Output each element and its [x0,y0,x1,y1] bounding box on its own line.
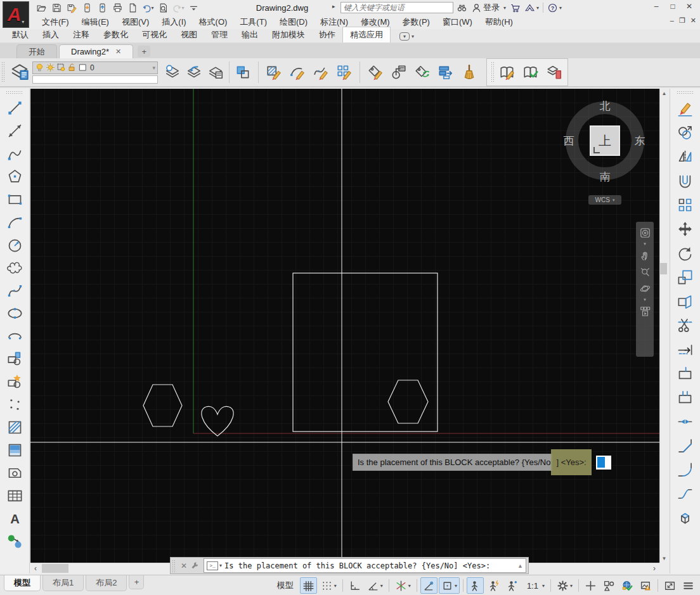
ribbon-tab[interactable]: 附加模块 [265,27,312,42]
ortho-mode-toggle[interactable] [346,577,363,594]
viewcube-south[interactable]: 南 [596,170,614,184]
ribbon-tab[interactable]: 精选应用 [342,27,391,42]
layer-dropdown[interactable]: 0 ▾ [32,61,158,74]
polyline-tool-button[interactable] [3,142,27,165]
ribbon-tab[interactable]: 参数化 [96,27,135,42]
horizontal-scrollbar-thumb[interactable] [42,564,68,573]
polygon-tool-button[interactable] [3,165,27,188]
break-tool-button[interactable] [673,385,697,409]
toolbar-drag-handle[interactable] [677,91,694,94]
gradient-tool-button[interactable] [3,438,27,461]
array-tool-button[interactable] [673,193,697,217]
insert-block-tool-button[interactable] [3,347,27,370]
minimize-button[interactable]: – [648,0,664,13]
mirror-tool-button[interactable] [673,144,697,169]
sign-in-caret-icon[interactable]: ▾ [503,5,506,11]
doc-close-button[interactable]: ✕ [690,16,696,25]
drawing-canvas[interactable]: 北 西 东 南 上 WCS ▾ ▾▾ Is the placement of t… [30,89,659,563]
spline-tool-button[interactable] [3,279,27,302]
layer-filter-field[interactable] [32,75,158,84]
scroll-up-icon[interactable]: ▲ [660,89,668,98]
ribbon-tab[interactable]: 输出 [235,27,265,42]
toolbar-drag-handle[interactable] [491,61,495,83]
purge-button[interactable] [458,61,480,83]
close-reference-button[interactable] [543,61,565,83]
grid-display-toggle[interactable] [300,577,317,594]
model-space-toggle[interactable]: 模型 [272,577,299,594]
edit-hatch-button[interactable] [263,61,285,83]
ribbon-tab[interactable]: 协作 [312,27,342,42]
rotate-tool-button[interactable] [673,241,697,265]
customization-toggle[interactable] [680,577,697,594]
ribbon-tab[interactable]: 注释 [66,27,96,42]
arc-tool-button[interactable] [3,210,27,233]
save-as-button[interactable] [65,1,79,15]
isolate-objects-toggle[interactable] [600,577,618,594]
erase-tool-button[interactable] [673,96,697,120]
chevron-down-icon[interactable]: ▾ [644,298,646,302]
search-button[interactable] [457,3,467,13]
scroll-right-icon[interactable]: › [649,563,659,573]
ribbon-tab[interactable]: 视图 [174,27,204,42]
layout-tab-布局2[interactable]: 布局2 [86,575,127,591]
save-web-mobile-button[interactable] [95,1,109,15]
layer-previous-button[interactable] [183,61,205,83]
stretch-tool-button[interactable] [673,289,697,313]
join-tool-button[interactable] [673,409,697,433]
toolbar-drag-handle[interactable] [1,61,6,83]
customize-wrench-icon[interactable] [190,561,200,570]
move-tool-button[interactable] [673,217,697,241]
undo-button[interactable]: ▾ [141,1,155,15]
break-at-point-tool-button[interactable] [673,361,697,385]
polar-tracking-toggle[interactable]: ▾ [365,577,386,594]
save-reference-edits-button[interactable] [520,61,541,83]
app-menu-button[interactable]: A ▾ [3,1,29,28]
scroll-down-icon[interactable]: ▼ [660,554,668,563]
multiline-text-tool-button[interactable]: A [3,507,27,530]
extend-tool-button[interactable] [673,337,697,361]
edit-reference-button[interactable] [496,61,518,83]
create-block-tool-button[interactable] [3,370,27,393]
viewcube-east[interactable]: 东 [631,134,649,148]
vertical-scrollbar-thumb[interactable] [660,263,667,274]
redo-button[interactable]: ▾ [171,1,185,15]
annotation-scale-toggle[interactable]: 1:1▾ [522,577,547,594]
table-tool-button[interactable] [3,484,27,507]
maximize-button[interactable]: □ [664,0,681,13]
viewcube-north[interactable]: 北 [596,99,614,113]
pan-button[interactable] [638,248,652,262]
annotation-scale-view-toggle[interactable] [503,577,521,594]
command-close-icon[interactable]: ✕ [181,561,187,570]
object-snap-toggle[interactable]: ▾ [439,577,460,594]
command-input[interactable]: >_ ▾ Is the placement of this BLOCK acce… [204,558,526,573]
new-drawing-tab-button[interactable]: + [138,46,150,57]
autodesk-button[interactable]: ▾ [524,3,539,13]
preview-button[interactable] [156,1,170,15]
line-tool-button[interactable] [3,96,27,119]
hatch-tool-button[interactable] [3,416,27,438]
scale-tool-button[interactable] [673,265,697,289]
customize-qat-button[interactable] [186,1,200,15]
close-tab-icon[interactable]: ✕ [115,48,121,56]
close-button[interactable]: ✕ [681,0,697,13]
trim-tool-button[interactable] [673,313,697,337]
edit-polyline-button[interactable] [287,61,308,83]
edit-spline-button[interactable] [310,61,332,83]
ribbon-tab[interactable]: 插入 [36,27,66,42]
zoom-button[interactable] [638,265,652,279]
construction-line-tool-button[interactable] [3,119,27,142]
new-button[interactable] [126,1,139,15]
new-layout-button[interactable]: + [129,575,144,589]
ribbon-tab[interactable]: 管理 [204,27,235,42]
explode-tool-button[interactable] [673,506,697,530]
ribbon-display-options[interactable]: ▾ ▾ [399,32,414,41]
ribbon-tab[interactable]: 默认 [5,27,36,42]
doc-restore-button[interactable]: ❐ [679,16,685,25]
toolbar-drag-handle[interactable] [6,91,23,94]
showmotion-button[interactable] [638,304,652,318]
clean-screen-toggle[interactable] [661,577,678,594]
graphics-performance-toggle[interactable] [619,577,636,594]
layout-tab-模型[interactable]: 模型 [4,575,41,591]
sign-in-button[interactable]: 登录 [471,2,500,13]
search-input[interactable] [340,2,453,13]
